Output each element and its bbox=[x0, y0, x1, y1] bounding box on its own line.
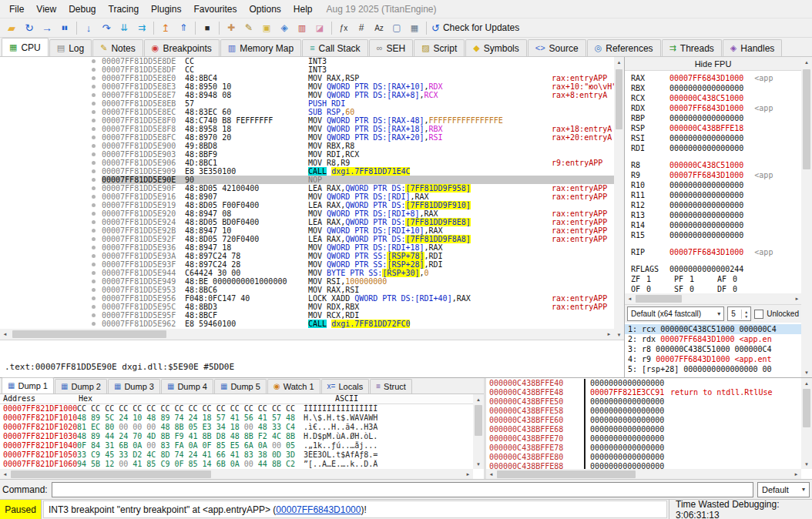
scroll-thumb[interactable] bbox=[475, 405, 482, 436]
hide-fpu-button[interactable]: Hide FPU bbox=[625, 57, 801, 71]
scroll-right-arrow[interactable]: ► bbox=[463, 469, 473, 480]
scroll-up-arrow[interactable]: ▲ bbox=[801, 57, 812, 67]
disasm-row[interactable]: 00007FF81DD5E95C48:8BD3MOV RDX,RBXrax:en… bbox=[0, 303, 614, 311]
trace-over-icon[interactable]: ⇉ bbox=[133, 20, 150, 36]
stack-vertical-scrollbar[interactable]: ▲▼ bbox=[801, 378, 812, 469]
trace-into-icon[interactable]: ⇊ bbox=[116, 20, 133, 36]
scroll-thumb[interactable] bbox=[616, 69, 622, 129]
open-file-icon[interactable]: ▰ bbox=[3, 20, 20, 36]
registers-horizontal-scrollbar[interactable]: ◄► bbox=[625, 293, 802, 304]
dump-row[interactable]: 00007FF821DF103048 89 44 24 70 4D 8B F9 … bbox=[0, 432, 484, 441]
flag-sf[interactable]: SF0 bbox=[674, 284, 717, 293]
register-r9[interactable]: R900007FF6843D1000<app bbox=[625, 170, 801, 180]
disasm-row[interactable]: 00007FF81DD5E8FC48:8970 20MOV QWORD PTR … bbox=[0, 133, 614, 142]
scroll-left-arrow[interactable]: ◄ bbox=[0, 329, 10, 340]
argument-count-stepper[interactable]: 5 ▲▼ bbox=[727, 306, 751, 321]
run-icon[interactable]: → bbox=[39, 20, 55, 36]
disasm-row[interactable]: 00007FF81DD5E8EC48:83EC 60SUB RSP,60 bbox=[0, 108, 614, 116]
tab-seh[interactable]: ∞SEH bbox=[369, 39, 414, 56]
patches-icon[interactable]: ✚ bbox=[223, 20, 240, 36]
scroll-thumb[interactable] bbox=[803, 69, 810, 169]
register-r12[interactable]: R120000000000000000 bbox=[625, 200, 801, 210]
stack-row[interactable]: 000000C438BFFE580000000000000000 bbox=[486, 407, 801, 416]
disasm-row[interactable]: 00007FF81DD5E95348:8BC6MOV RAX,RSI bbox=[0, 286, 614, 294]
dump-row[interactable]: 00007FF821DF106094 5B 12 00 41 85 C9 0F … bbox=[0, 460, 484, 469]
tab-symbols[interactable]: ◆Symbols bbox=[465, 39, 526, 56]
menu-favourites[interactable]: Favourites bbox=[187, 1, 243, 18]
register-rcx[interactable]: RCX000000C438C51000 bbox=[625, 93, 801, 103]
labels-icon[interactable]: ◈ bbox=[276, 20, 293, 36]
stack-row[interactable]: 000000C438BFFE4800007FF821E3CC91return t… bbox=[486, 388, 801, 397]
disasm-row[interactable]: 00007FF81DD5E94948:BE 0000000001000000MO… bbox=[0, 277, 614, 286]
calling-convention-select[interactable]: Default (x64 fastcall) ▾ bbox=[627, 306, 724, 321]
dump-row[interactable]: 00007FF821DF10400F 84 31 6B 0A 00 83 FA … bbox=[0, 441, 484, 450]
stack-row[interactable]: 000000C438BFFE780000000000000000 bbox=[486, 444, 801, 453]
stack-row[interactable]: 000000C438BFFE680000000000000000 bbox=[486, 425, 801, 434]
argument-row[interactable]: 3: r8 000000C438C51000 000000C4 bbox=[625, 344, 801, 354]
menu-file[interactable]: File bbox=[3, 1, 30, 18]
disasm-row[interactable]: 00007FF81DD5E909E8 3E350100CALL dxgi.7FF… bbox=[0, 167, 614, 176]
disasm-row[interactable]: 00007FF81DD5E92F48:8D05 720F0400LEA RAX,… bbox=[0, 235, 614, 243]
stack-row[interactable]: 000000C438BFFE400000000000000000 bbox=[486, 379, 801, 388]
flag-pf[interactable]: PF1 bbox=[674, 274, 717, 284]
stack-row[interactable]: 000000C438BFFE600000000000000000 bbox=[486, 416, 801, 425]
tab-references[interactable]: ◎References bbox=[587, 39, 661, 56]
disasm-row[interactable]: 00007FF81DD5E944C64424 30 00MOV BYTE PTR… bbox=[0, 269, 614, 277]
register-r8[interactable]: R8000000C438C51000 bbox=[625, 160, 801, 170]
argument-row[interactable]: 4: r9 00007FF6843D1000 <app.ent bbox=[625, 354, 801, 364]
disasm-row[interactable]: 00007FF81DD5E90049:8BD8MOV RBX,R8 bbox=[0, 142, 614, 150]
disasm-row[interactable]: 00007FF81DD5E8EB57PUSH RDI bbox=[0, 99, 614, 108]
register-r14[interactable]: R140000000000000000 bbox=[625, 220, 801, 230]
register-rsi[interactable]: RSI0000000000000000 bbox=[625, 133, 801, 143]
disasm-row[interactable]: 00007FF81DD5E92B48:8947 10MOV QWORD PTR … bbox=[0, 226, 614, 235]
register-r15[interactable]: R150000000000000000 bbox=[625, 230, 801, 240]
stack-row[interactable]: 000000C438BFFE880000000000000000 bbox=[486, 462, 801, 469]
disasm-row[interactable]: 00007FF81DD5E8F048:C740 B8 FEFFFFFFMOV Q… bbox=[0, 116, 614, 125]
font-az-icon[interactable]: Aᴢ bbox=[371, 20, 388, 36]
stack-row[interactable]: 000000C438BFFE700000000000000000 bbox=[486, 434, 801, 444]
disasm-row[interactable]: 00007FF81DD5E956F048:0FC147 40LOCK XADD … bbox=[0, 294, 614, 303]
eraser-icon[interactable]: ◪ bbox=[311, 20, 328, 36]
step-into-icon[interactable]: ↓ bbox=[80, 20, 97, 36]
register-rsp[interactable]: RSP000000C438BFFE18 bbox=[625, 123, 801, 133]
disasm-row[interactable]: 00007FF81DD5E8F848:8958 18MOV QWORD PTR … bbox=[0, 125, 614, 133]
dump-tab-dump-5[interactable]: ▦Dump 5 bbox=[214, 379, 267, 393]
dump-tab-watch-1[interactable]: ◉Watch 1 bbox=[267, 379, 320, 393]
unlocked-checkbox[interactable] bbox=[754, 310, 763, 319]
tab-threads[interactable]: ⇉Threads bbox=[662, 39, 722, 56]
scroll-down-arrow[interactable]: ▼ bbox=[801, 459, 812, 469]
scroll-up-arrow[interactable]: ▲ bbox=[801, 378, 812, 388]
dump-tab-dump-1[interactable]: ▦Dump 1 bbox=[2, 377, 54, 393]
disasm-row[interactable]: 00007FF81DD5E93A48:897C24 78MOV QWORD PT… bbox=[0, 252, 614, 260]
command-input[interactable] bbox=[52, 482, 753, 497]
memory-hash-icon[interactable]: # bbox=[353, 20, 370, 36]
stack-rows[interactable]: 000000C438BFFE400000000000000000000000C4… bbox=[486, 379, 801, 469]
register-r10[interactable]: R100000000000000000 bbox=[625, 180, 801, 190]
calculator-icon[interactable]: ▦ bbox=[406, 20, 423, 36]
register-rax[interactable]: RAX00007FF6843D1000<app bbox=[625, 73, 801, 83]
scroll-up-arrow[interactable]: ▲ bbox=[473, 394, 484, 404]
dump-horizontal-scrollbar[interactable]: ◄► bbox=[0, 469, 473, 480]
scroll-thumb[interactable] bbox=[803, 389, 810, 427]
dump-tab-dump-2[interactable]: ▦Dump 2 bbox=[55, 379, 107, 393]
scroll-up-arrow[interactable]: ▲ bbox=[614, 57, 624, 67]
scroll-down-arrow[interactable]: ▼ bbox=[614, 330, 624, 340]
function-fx-icon[interactable]: ƒx bbox=[335, 20, 352, 36]
argument-row[interactable]: 5: [rsp+28] 0000000000000000 00 bbox=[625, 364, 801, 374]
scroll-thumb[interactable] bbox=[497, 470, 636, 478]
disasm-row[interactable]: 00007FF81DD5E8DFCCINT3 bbox=[0, 65, 614, 74]
flag-af[interactable]: AF0 bbox=[717, 274, 760, 284]
disasm-row[interactable]: 00007FF81DD5E93648:8947 18MOV QWORD PTR … bbox=[0, 243, 614, 252]
dump-tab-dump-4[interactable]: ▦Dump 4 bbox=[161, 379, 213, 393]
flag-df[interactable]: DF0 bbox=[717, 284, 760, 293]
run-to-user-code-icon[interactable]: ⇑ bbox=[175, 20, 192, 36]
disasm-vertical-scrollbar[interactable]: ▲▼ bbox=[614, 57, 624, 340]
register-rbp[interactable]: RBP0000000000000000 bbox=[625, 113, 801, 123]
disasm-row[interactable]: 00007FF81DD5E9064D:8BC1MOV R8,R9r9:entry… bbox=[0, 159, 614, 167]
argument-row[interactable]: 2: rdx 00007FF6843D1000 <app.en bbox=[625, 334, 801, 344]
tab-memory-map[interactable]: ▥Memory Map bbox=[220, 39, 301, 56]
disasm-row[interactable]: 00007FF81DD5E90F48:8D05 42100400LEA RAX,… bbox=[0, 184, 614, 193]
step-out-icon[interactable]: ↥ bbox=[157, 20, 174, 36]
disasm-row[interactable]: 00007FF81DD5E93F48:897C24 28MOV QWORD PT… bbox=[0, 260, 614, 269]
scroll-down-arrow[interactable]: ▼ bbox=[473, 459, 484, 469]
